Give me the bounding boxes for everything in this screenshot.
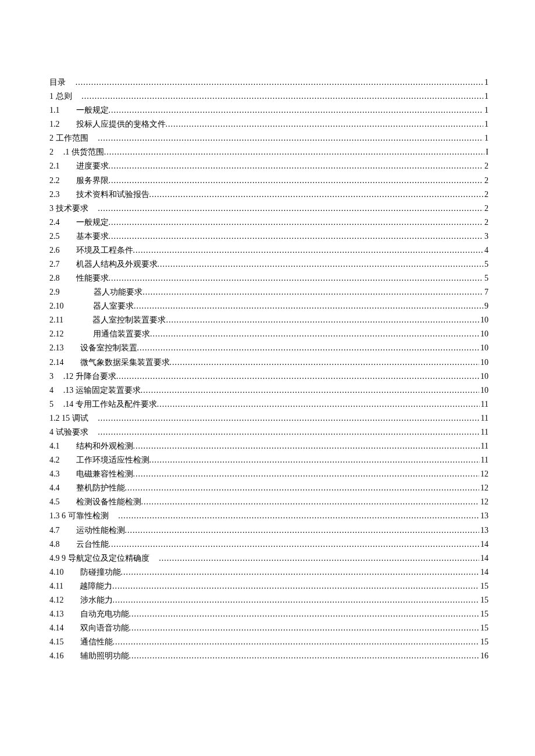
toc-page-number: 5 — [483, 271, 488, 285]
toc-label: 4.1 — [49, 439, 60, 453]
toc-leader-dots — [76, 76, 483, 89]
toc-label: 4.9 9 导航定位及定位精确度 — [49, 551, 149, 565]
toc-label: 2.3 — [49, 188, 60, 202]
toc-title: 防碰撞功能 — [80, 565, 121, 579]
toc-leader-dots — [157, 397, 480, 411]
toc-leader-dots — [133, 467, 480, 481]
toc-row: 2.7机器人结构及外观要求5 — [49, 257, 488, 271]
toc-title: .14 专用工作站及配件要求 — [63, 397, 157, 411]
toc-row: 2.5基本要求3 — [49, 230, 488, 243]
toc-page-number: 11 — [480, 425, 488, 439]
toc-row: 4.1结构和外观检测11 — [49, 439, 488, 453]
toc-page-number: 13 — [479, 509, 488, 523]
toc-page-number: 2 — [483, 174, 488, 188]
toc-page-number: 10 — [479, 341, 488, 355]
toc-page-number: 1 — [483, 103, 488, 117]
toc-title: 检测设备性能检测 — [76, 495, 141, 509]
toc-page-number: 12 — [479, 481, 488, 495]
toc-title: 涉水能力 — [80, 593, 113, 607]
toc-page-number: 1 — [483, 131, 488, 145]
toc-title: 运动性能检测 — [76, 524, 125, 538]
toc-leader-dots — [98, 202, 483, 216]
toc-title: 投标人应提供的斐格文件 — [76, 117, 166, 131]
toc-label: 4.16 — [49, 649, 64, 663]
toc-title: 机器人结构及外观要求 — [76, 257, 158, 271]
toc-title: 器人室控制装置要求 — [92, 313, 166, 327]
toc-row: 4.10防碰撞功能14 — [49, 565, 488, 579]
toc-row: 2.13设备室控制装置10 — [49, 341, 488, 355]
toc-label: 1.2 15 调试 — [49, 411, 88, 425]
toc-leader-dots — [149, 453, 480, 467]
toc-page-number: 1 — [483, 89, 488, 103]
toc-label: 4.13 — [49, 607, 64, 621]
toc-row: 1.2投标人应提供的斐格文件1 — [49, 117, 488, 131]
toc-page: 目录11 总则11.1一般规定11.2投标人应提供的斐格文件12 工作范围12.… — [0, 0, 535, 710]
toc-title: 结构和外观检测 — [76, 439, 133, 453]
toc-leader-dots — [118, 509, 479, 523]
toc-page-number: 2 — [483, 159, 488, 173]
toc-page-number: 12 — [479, 495, 488, 509]
toc-title: 通信性能 — [80, 635, 113, 649]
toc-row: 2.1 供货范围I — [49, 145, 488, 159]
toc-title: 一般规定 — [76, 103, 109, 117]
toc-list: 目录11 总则11.1一般规定11.2投标人应提供的斐格文件12 工作范围12.… — [49, 76, 488, 663]
toc-row: 2.4一般规定2 — [49, 216, 488, 230]
toc-leader-dots — [129, 607, 480, 621]
toc-page-number: 14 — [479, 565, 488, 579]
toc-label: 4.4 — [49, 481, 60, 495]
toc-label: 4.5 — [49, 495, 60, 509]
toc-row: 4.2工作环境适应性检测11 — [49, 453, 488, 467]
toc-row: 4.14双向语音功能15 — [49, 621, 488, 635]
toc-label: 3 — [49, 370, 54, 384]
toc-label: 4.12 — [49, 593, 64, 607]
toc-leader-dots — [109, 230, 484, 243]
toc-title: .12 升降台要求 — [63, 370, 116, 384]
toc-label: 4.7 — [49, 524, 60, 538]
toc-label: 4.8 — [49, 538, 60, 551]
toc-leader-dots — [98, 425, 479, 439]
toc-page-number: 10 — [479, 313, 488, 327]
toc-row: 4.11越障能力15 — [49, 579, 488, 593]
toc-label: 4.10 — [49, 565, 64, 579]
toc-title: 工作环境适应性检测 — [76, 453, 149, 467]
toc-title: 服务界限 — [76, 174, 109, 188]
toc-leader-dots — [109, 174, 484, 188]
toc-row: 4.15通信性能15 — [49, 635, 488, 649]
toc-leader-dots — [98, 411, 479, 425]
toc-leader-dots — [98, 131, 483, 145]
toc-page-number: 3 — [483, 230, 488, 243]
toc-page-number: 15 — [479, 607, 488, 621]
toc-title: 环境及工程条件 — [76, 243, 133, 257]
toc-row: 4.4整机防护性能12 — [49, 481, 488, 495]
toc-label: 2.6 — [49, 243, 60, 257]
toc-page-number: 2 — [483, 202, 488, 216]
toc-row: 4.9 9 导航定位及定位精确度14 — [49, 551, 488, 565]
toc-leader-dots — [150, 327, 479, 341]
toc-leader-dots — [166, 313, 479, 327]
toc-label: 2.9 — [49, 285, 60, 299]
toc-label: 2.4 — [49, 216, 60, 230]
toc-label: 1 总则 — [49, 89, 72, 103]
toc-title: 进度要求 — [76, 159, 109, 173]
toc-title: 用通信装置要求 — [93, 327, 150, 341]
toc-title: 整机防护性能 — [76, 481, 125, 495]
toc-page-number: 10 — [479, 370, 488, 384]
toc-row: 4.3电磁兼容性检测12 — [49, 467, 488, 481]
toc-page-number: 2 — [483, 188, 488, 202]
toc-row: 2.10器人室要求9 — [49, 299, 488, 313]
toc-leader-dots — [134, 299, 483, 313]
toc-label: 2.5 — [49, 230, 60, 243]
toc-page-number: 11 — [480, 439, 488, 453]
toc-leader-dots — [113, 635, 480, 649]
toc-title: 基本要求 — [76, 230, 109, 243]
toc-label: 2.10 — [49, 299, 64, 313]
toc-page-number: 13 — [479, 524, 488, 538]
toc-row: 2.8性能要求5 — [49, 271, 488, 285]
toc-leader-dots — [141, 384, 479, 397]
toc-leader-dots — [109, 538, 480, 551]
toc-title: .13 运输固定装置要求 — [63, 384, 141, 397]
toc-page-number: 5 — [483, 257, 488, 271]
toc-label: 2.12 — [49, 327, 64, 341]
toc-leader-dots — [116, 370, 479, 384]
toc-page-number: 14 — [479, 538, 488, 551]
